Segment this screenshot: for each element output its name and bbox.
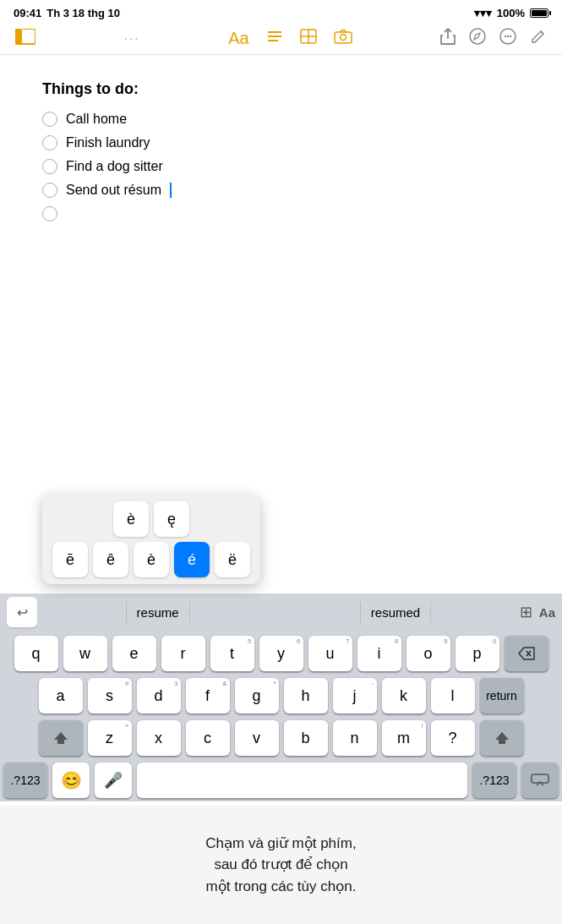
char-key-e-circumflex[interactable]: ê [93,542,128,577]
key-dot123[interactable]: .?123 [472,763,516,798]
checkbox-5[interactable] [42,206,57,221]
key-question[interactable]: ? [431,720,475,756]
wifi-icon: ▾▾▾ [474,7,492,19]
key-w[interactable]: w [63,636,107,671]
checklist-item-1: Call home [42,112,520,127]
suggestion-grid-icon[interactable]: ⊞ [520,603,532,621]
svg-rect-1 [15,29,22,44]
status-right: ▾▾▾ 100% [474,7,548,19]
sidebar-icon[interactable] [15,29,35,49]
key-row-1: q w e r t5 y6 u7 i8 o9 p0 [3,636,559,671]
svg-point-14 [510,36,511,37]
table-icon[interactable] [300,29,317,48]
key-r[interactable]: r [161,636,205,671]
suggestion-items: resume resumed [41,602,516,623]
share-icon[interactable] [440,28,456,49]
key-keyboard[interactable] [521,763,559,798]
more-icon[interactable] [499,28,516,49]
key-l[interactable]: l [431,678,475,714]
key-u[interactable]: u7 [308,636,352,671]
caption-text: Chạm và giữ một phím,sau đó trượt để chọ… [205,833,356,898]
key-h[interactable]: h [284,678,328,714]
char-key-e-acute[interactable]: é [174,542,210,577]
key-x[interactable]: x [137,720,181,756]
char-key-e-ogonek[interactable]: ę [154,501,189,537]
key-b[interactable]: b [284,720,328,756]
key-t[interactable]: t5 [210,636,254,671]
note-content: Things to do: Call home Finish laundry F… [0,55,562,255]
key-row-4: .?123 😊 🎤 .?123 [3,763,559,798]
key-z[interactable]: z+ [88,720,132,756]
key-k[interactable]: k [382,678,426,714]
key-f[interactable]: f& [186,678,230,714]
key-c[interactable]: c [186,720,230,756]
checkbox-2[interactable] [42,135,57,150]
char-picker-bottom-row: ē ê è é ë [52,542,250,577]
key-rows: q w e r t5 y6 u7 i8 o9 p0 a s# d3 f& [0,631,562,801]
checkbox-1[interactable] [42,112,57,127]
status-time: 09:41 [14,7,41,19]
key-123[interactable]: .?123 [3,763,47,798]
toolbar: ··· Aa [0,23,562,55]
char-key-e-grave-upper[interactable]: è [113,501,149,537]
key-j[interactable]: j- [333,678,377,714]
status-left: 09:41 Th 3 18 thg 10 [14,7,120,19]
char-picker[interactable]: è ę ē ê è é ë [42,495,260,584]
checklist-item-3: Find a dog sitter [42,159,520,174]
key-y[interactable]: y6 [259,636,303,671]
checklist-text-2: Finish laundry [66,135,150,150]
keyboard: ↩ resume resumed ⊞ Aa q w e r t5 y6 u7 i… [0,593,562,801]
status-bar: 09:41 Th 3 18 thg 10 ▾▾▾ 100% [0,0,562,23]
key-g[interactable]: g* [235,678,279,714]
char-key-e-grave[interactable]: è [134,542,169,577]
battery-icon [530,8,548,18]
checklist-item-4: Send out résum [42,183,520,198]
key-shift-right[interactable] [480,720,524,756]
key-m[interactable]: m! [382,720,426,756]
text-cursor [170,183,172,198]
key-return[interactable]: return [480,678,524,714]
checklist-icon[interactable] [266,29,283,48]
checkbox-4[interactable] [42,183,57,198]
key-o[interactable]: o9 [406,636,450,671]
svg-point-10 [470,29,485,44]
status-date: Th 3 18 thg 10 [46,7,120,19]
svg-point-12 [505,36,506,37]
note-title: Things to do: [42,80,520,98]
caption-area: Chạm và giữ một phím,sau đó trượt để chọ… [0,806,562,924]
key-n[interactable]: n [333,720,377,756]
battery-percent: 100% [497,7,525,19]
checklist-text-4: Send out résum [66,183,161,198]
key-emoji[interactable]: 😊 [52,763,90,798]
suggestion-resumed[interactable]: resumed [360,602,431,623]
char-picker-top-row: è ę [113,501,189,537]
key-d[interactable]: d3 [137,678,181,714]
checklist-text-1: Call home [66,112,127,127]
compose-icon[interactable] [530,28,547,49]
checkbox-3[interactable] [42,159,57,174]
key-microphone[interactable]: 🎤 [95,763,132,798]
format-text-icon[interactable]: Aa [228,29,248,48]
svg-point-9 [340,35,346,41]
suggestion-bar: ↩ resume resumed ⊞ Aa [0,593,562,631]
key-q[interactable]: q [14,636,58,671]
char-key-e-macron[interactable]: ē [52,542,88,577]
key-i[interactable]: i8 [357,636,401,671]
key-e[interactable]: e [112,636,156,671]
key-s[interactable]: s# [88,678,132,714]
toolbar-dots: ··· [123,31,139,46]
key-p[interactable]: p0 [456,636,499,671]
key-space[interactable] [137,763,467,798]
svg-point-13 [507,36,509,37]
suggestion-back-button[interactable]: ↩ [7,597,37,627]
key-row-3: z+ x c v b n m! ? [3,720,559,756]
key-a[interactable]: a [39,678,83,714]
key-backspace[interactable] [505,636,548,671]
suggestion-aa[interactable]: Aa [539,605,555,620]
key-shift-left[interactable] [39,720,83,756]
char-key-e-umlaut[interactable]: ë [215,542,250,577]
key-v[interactable]: v [235,720,279,756]
pen-circle-icon[interactable] [469,28,486,49]
camera-icon[interactable] [334,29,352,48]
suggestion-resume[interactable]: resume [126,602,190,623]
